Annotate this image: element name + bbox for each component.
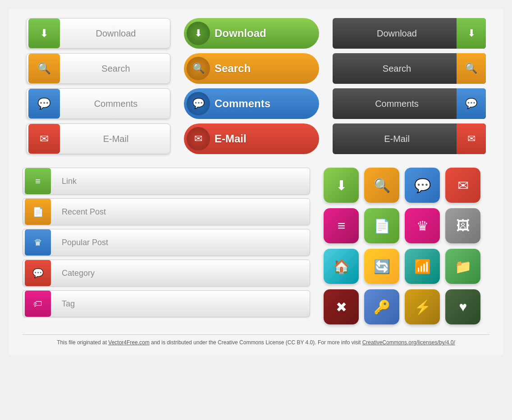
download-light-label: Download	[62, 28, 170, 39]
email-icon: ✉	[40, 132, 49, 145]
bottom-section: ≡ Link 📄 Recent Post ♛ Popular Post 💬 Ca…	[23, 168, 489, 325]
footer: This file originated at Vector4Free.com …	[23, 334, 489, 346]
download-tile[interactable]: ⬇	[324, 168, 359, 203]
list-buttons-column: ≡ Link 📄 Recent Post ♛ Popular Post 💬 Ca…	[23, 168, 310, 325]
comments-icon-box: 💬	[28, 89, 60, 119]
email-light-button[interactable]: ✉ E-Mail	[26, 123, 170, 154]
download-bold-button[interactable]: ⬇ Download	[184, 18, 319, 49]
light-buttons-column: ⬇ Download 🔍 Search 💬 Comments	[26, 18, 170, 154]
email-dark-icon: ✉	[457, 123, 486, 154]
category-list-label: Category	[53, 269, 310, 278]
download-dark-label: Download	[333, 28, 457, 39]
rss-tile[interactable]: 📶	[405, 249, 440, 284]
recent-post-tile[interactable]: 📄	[364, 208, 399, 243]
search-light-button[interactable]: 🔍 Search	[26, 53, 170, 84]
close-tile[interactable]: ✖	[324, 289, 359, 324]
key-tile[interactable]: 🔑	[364, 289, 399, 324]
comments-tile[interactable]: 💬	[405, 168, 440, 203]
email-light-label: E-Mail	[62, 134, 170, 144]
search-dark-label: Search	[333, 64, 457, 74]
comments-dark-icon: 💬	[457, 88, 486, 119]
popular-post-tile[interactable]: ♛	[405, 208, 440, 243]
download-dark-button[interactable]: Download ⬇	[333, 18, 486, 49]
search-bold-label: Search	[215, 62, 251, 75]
image-tile[interactable]: 🖼	[445, 208, 480, 243]
heart-tile[interactable]: ♥	[445, 289, 480, 324]
refresh-tile[interactable]: 🔄	[364, 249, 399, 284]
tag-icon: 🏷	[25, 291, 51, 317]
search-icon: 🔍	[37, 62, 51, 75]
home-tile[interactable]: 🏠	[324, 249, 359, 284]
download-dark-icon: ⬇	[457, 18, 486, 49]
search-light-label: Search	[62, 64, 170, 74]
search-bold-button[interactable]: 🔍 Search	[184, 53, 319, 84]
recent-post-icon: 📄	[25, 199, 51, 225]
search-dark-icon: 🔍	[457, 53, 486, 84]
footer-text: This file originated at Vector4Free.com …	[57, 339, 455, 346]
email-icon-box: ✉	[28, 124, 60, 154]
tag-list-button[interactable]: 🏷 Tag	[23, 290, 310, 317]
email-bold-icon: ✉	[187, 127, 210, 151]
footer-link-vector4free[interactable]: Vector4Free.com	[108, 339, 149, 346]
comments-bold-button[interactable]: 💬 Comments	[184, 88, 319, 119]
comments-bold-icon: 💬	[187, 92, 210, 115]
email-bold-button[interactable]: ✉ E-Mail	[184, 123, 319, 154]
email-dark-label: E-Mail	[333, 134, 457, 144]
email-tile[interactable]: ✉	[445, 168, 480, 203]
main-container: ⬇ Download 🔍 Search 💬 Comments	[9, 9, 503, 355]
popular-post-icon: ♛	[25, 229, 51, 256]
dark-buttons-column: Download ⬇ Search 🔍 Comments 💬 E-Mail ✉	[333, 18, 486, 154]
comments-light-label: Comments	[62, 99, 170, 109]
recent-post-list-button[interactable]: 📄 Recent Post	[23, 198, 310, 225]
comments-light-button[interactable]: 💬 Comments	[26, 88, 170, 119]
category-icon: 💬	[25, 260, 51, 286]
comments-dark-button[interactable]: Comments 💬	[333, 88, 486, 119]
download-bold-label: Download	[215, 27, 266, 40]
icon-grid: ⬇ 🔍 💬 ✉ ≡ 📄 ♛ 🖼 🏠 🔄 📶 📁 ✖ 🔑 ⚡ ♥	[324, 168, 489, 325]
link-list-label: Link	[53, 177, 310, 186]
search-icon-box: 🔍	[28, 54, 60, 83]
download-light-button[interactable]: ⬇ Download	[26, 18, 170, 49]
search-bold-icon: 🔍	[187, 57, 210, 80]
download-icon-box: ⬇	[28, 18, 60, 48]
search-tile[interactable]: 🔍	[364, 168, 399, 203]
link-tile[interactable]: ≡	[324, 208, 359, 243]
comments-icon: 💬	[37, 97, 51, 110]
footer-link-cc[interactable]: CreativeCommons.org/licenses/by/4.0/	[362, 339, 455, 346]
link-list-button[interactable]: ≡ Link	[23, 168, 310, 195]
link-icon: ≡	[25, 168, 51, 194]
email-bold-label: E-Mail	[215, 132, 247, 145]
top-section: ⬇ Download 🔍 Search 💬 Comments	[23, 18, 489, 154]
search-dark-button[interactable]: Search 🔍	[333, 53, 486, 84]
folder-tile[interactable]: 📁	[445, 249, 480, 284]
popular-post-list-label: Popular Post	[53, 238, 310, 247]
tag-list-label: Tag	[53, 299, 310, 309]
email-dark-button[interactable]: E-Mail ✉	[333, 123, 486, 154]
comments-dark-label: Comments	[333, 99, 457, 109]
category-list-button[interactable]: 💬 Category	[23, 260, 310, 287]
popular-post-list-button[interactable]: ♛ Popular Post	[23, 229, 310, 256]
lightning-tile[interactable]: ⚡	[405, 289, 440, 324]
recent-post-list-label: Recent Post	[53, 207, 310, 217]
download-icon: ⬇	[40, 27, 49, 40]
download-bold-icon: ⬇	[187, 22, 210, 45]
comments-bold-label: Comments	[215, 97, 270, 110]
bold-buttons-column: ⬇ Download 🔍 Search 💬 Comments ✉ E-Mail	[184, 18, 319, 154]
